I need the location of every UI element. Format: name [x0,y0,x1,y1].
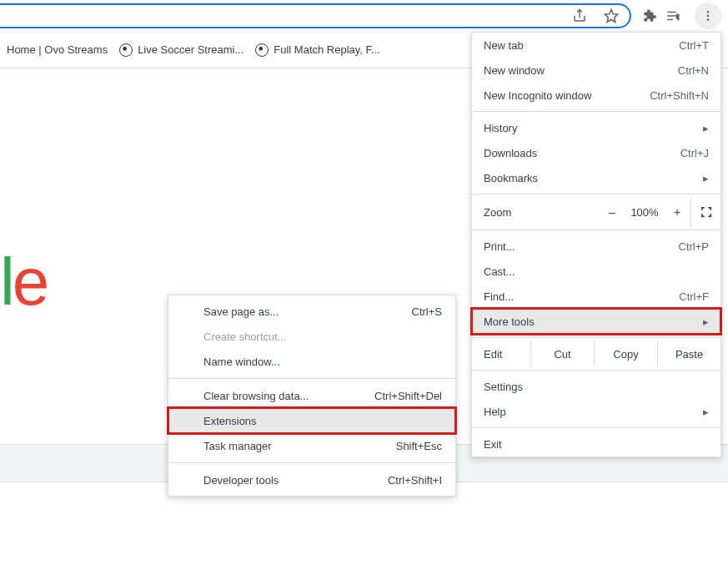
submenu-label: Name window... [203,356,280,368]
star-icon[interactable] [600,4,623,28]
menu-shortcut: Ctrl+T [679,39,709,52]
chevron-right-icon: ▸ [703,172,709,184]
chevron-right-icon: ▸ [703,315,709,328]
zoom-label: Zoom [484,206,599,219]
paste-button[interactable]: Paste [657,341,720,366]
soccer-icon [119,43,133,57]
submenu-shortcut: Ctrl+Shift+Del [374,390,442,402]
menu-label: Help [484,406,506,418]
logo-letter-l: l [0,244,13,320]
menu-new-tab[interactable]: New tab Ctrl+T [472,33,720,58]
menu-cast[interactable]: Cast... [472,259,720,284]
zoom-value: 100% [625,206,664,219]
menu-new-incognito[interactable]: New Incognito window Ctrl+Shift+N [472,83,720,108]
chevron-right-icon: ▸ [703,122,709,134]
menu-bookmarks[interactable]: Bookmarks ▸ [472,165,720,190]
svg-point-4 [707,11,710,13]
menu-separator [472,111,720,112]
google-logo-fragment: l e [0,244,47,320]
submenu-shortcut: Ctrl+S [412,305,442,318]
bookmark-label: Full Match Replay, F... [274,43,380,56]
menu-separator [472,427,720,428]
submenu-shortcut: Shift+Esc [396,440,442,452]
submenu-label: Task manager [203,440,272,452]
bookmark-label: Live Soccer Streami... [138,43,244,56]
bookmark-item[interactable]: Full Match Replay, F... [255,43,380,57]
submenu-label: Save page as... [203,305,279,318]
svg-point-6 [707,18,710,21]
svg-point-5 [707,14,710,17]
menu-label: History [484,122,517,134]
menu-label: Exit [484,438,502,451]
menu-label: New Incognito window [484,89,591,102]
menu-label: Downloads [484,147,537,159]
menu-label: Cast... [484,265,515,278]
more-tools-submenu: Save page as... Ctrl+S Create shortcut..… [168,295,456,497]
menu-label: Find... [484,290,514,303]
soccer-icon [255,43,269,57]
copy-button[interactable]: Copy [594,341,657,366]
menu-separator [472,370,720,371]
submenu-name-window[interactable]: Name window... [168,349,455,374]
menu-label: Bookmarks [484,172,538,184]
share-icon[interactable] [568,4,591,28]
zoom-in-button[interactable]: + [664,205,690,219]
menu-settings[interactable]: Settings [472,374,720,399]
menu-edit-row: Edit Cut Copy Paste [472,341,720,366]
menu-button[interactable] [695,3,721,29]
menu-shortcut: Ctrl+F [679,290,709,303]
bookmark-item[interactable]: Live Soccer Streami... [119,43,244,57]
submenu-save-page[interactable]: Save page as... Ctrl+S [168,299,455,324]
menu-zoom-row: Zoom – 100% + [472,198,720,226]
svg-marker-0 [605,9,618,22]
submenu-shortcut: Ctrl+Shift+I [388,474,442,487]
menu-label: New window [484,64,545,77]
address-bar[interactable] [0,3,631,28]
submenu-clear-data[interactable]: Clear browsing data... Ctrl+Shift+Del [168,383,455,408]
edit-label: Edit [484,348,530,361]
readinglist-icon[interactable] [661,4,685,28]
submenu-label: Extensions [203,415,257,427]
menu-separator [472,194,720,194]
submenu-extensions[interactable]: Extensions [168,408,455,433]
menu-shortcut: Ctrl+P [679,240,709,253]
extensions-icon[interactable] [638,4,661,28]
menu-label: Settings [484,381,523,393]
zoom-out-button[interactable]: – [599,205,625,219]
menu-label: More tools [484,315,535,328]
menu-downloads[interactable]: Downloads Ctrl+J [472,140,720,165]
submenu-label: Developer tools [203,474,279,487]
submenu-task-manager[interactable]: Task manager Shift+Esc [168,433,455,458]
menu-exit[interactable]: Exit [472,431,720,457]
menu-shortcut: Ctrl+J [680,147,709,159]
submenu-separator [168,462,455,463]
menu-print[interactable]: Print... Ctrl+P [472,234,720,259]
menu-label: Print... [484,240,515,253]
submenu-label: Create shortcut... [203,330,287,343]
cut-button[interactable]: Cut [530,341,594,366]
menu-label: New tab [484,39,524,52]
bookmark-label: Home | Ovo Streams [7,43,108,56]
menu-separator [472,337,720,338]
menu-history[interactable]: History ▸ [472,115,720,140]
chrome-main-menu: New tab Ctrl+T New window Ctrl+N New Inc… [471,32,721,457]
submenu-label: Clear browsing data... [203,390,309,402]
logo-letter-e: e [13,244,48,320]
browser-toolbar [0,0,728,32]
submenu-dev-tools[interactable]: Developer tools Ctrl+Shift+I [168,467,455,492]
menu-new-window[interactable]: New window Ctrl+N [472,58,720,83]
bookmark-item[interactable]: Home | Ovo Streams [7,43,108,56]
chevron-right-icon: ▸ [703,406,709,418]
menu-shortcut: Ctrl+Shift+N [650,89,709,102]
menu-help[interactable]: Help ▸ [472,399,720,424]
menu-separator [472,230,720,230]
menu-find[interactable]: Find... Ctrl+F [472,284,720,309]
submenu-create-shortcut: Create shortcut... [168,324,455,349]
menu-shortcut: Ctrl+N [678,64,709,77]
submenu-separator [168,378,455,379]
fullscreen-button[interactable] [690,198,720,226]
menu-more-tools[interactable]: More tools ▸ [472,309,720,334]
